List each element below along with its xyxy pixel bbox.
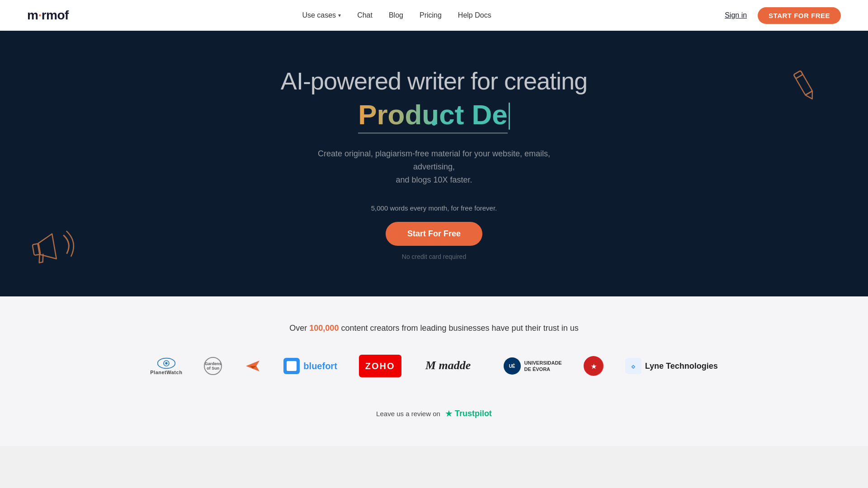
- logo[interactable]: m·rmof: [27, 8, 69, 23]
- svg-point-7: [165, 362, 167, 365]
- universidade-emblem-icon: UÉ: [504, 357, 521, 375]
- trusted-suffix: content creators from leading businesses…: [339, 324, 578, 333]
- no-credit-text: No credit card required: [402, 253, 466, 260]
- madde-label: M madde: [423, 357, 482, 375]
- nav-pricing-label[interactable]: Pricing: [420, 11, 442, 19]
- trusted-text: Over 100,000 content creators from leadi…: [18, 324, 850, 333]
- logo-zoho: ZOHO: [359, 355, 401, 377]
- hero-words-note: 5,000 words every month, for free foreve…: [371, 204, 497, 212]
- logo-universidade: UÉ UNIVERSIDADEDE ÉVORA: [504, 355, 562, 377]
- hero-animated-text: Product De: [358, 99, 508, 134]
- cursor-blink: [509, 103, 510, 130]
- lyne-symbol: ⬦: [631, 361, 636, 371]
- nav-blog-label[interactable]: Blog: [389, 11, 403, 19]
- svg-rect-3: [793, 70, 803, 79]
- nav-use-cases[interactable]: Use cases ▾: [302, 11, 341, 19]
- planetwatch-eye-icon: [157, 357, 175, 370]
- svg-rect-0: [793, 70, 812, 95]
- lyne-label: Lyne Technologies: [645, 361, 718, 371]
- pencil-icon: [787, 67, 823, 103]
- start-for-free-hero-button[interactable]: Start For Free: [386, 222, 482, 246]
- trustpilot-brand-name: Trustpilot: [455, 409, 492, 418]
- nav-help-docs[interactable]: Help Docs: [458, 11, 491, 19]
- trusted-section: Over 100,000 content creators from leadi…: [0, 296, 868, 446]
- navbar: m·rmof Use cases ▾ Chat Blog Pricing Hel…: [0, 0, 868, 31]
- logo-circle: ★: [584, 356, 604, 376]
- nav-use-cases-label[interactable]: Use cases: [302, 11, 336, 19]
- nav-blog[interactable]: Blog: [389, 11, 403, 19]
- hero-subtitle: Create original, plagiarism-free materia…: [303, 147, 565, 186]
- chevron-down-icon: ▾: [338, 12, 341, 19]
- logo-arrow: [244, 355, 262, 377]
- logo-gardens: Gardensof Sun: [204, 355, 222, 377]
- nav-pricing[interactable]: Pricing: [420, 11, 442, 19]
- logo-planetwatch: PlanetWatch: [150, 355, 182, 377]
- nav-chat[interactable]: Chat: [357, 11, 373, 19]
- svg-marker-1: [805, 91, 816, 101]
- lyne-box-icon: ⬦: [625, 358, 642, 374]
- bluefort-box-icon: [283, 358, 300, 374]
- bluefort-inner-icon: [287, 361, 297, 371]
- logos-row: PlanetWatch Gardensof Sun bluefort ZOHO: [18, 355, 850, 377]
- bluefort-label: bluefort: [303, 361, 337, 371]
- gardens-emblem: Gardensof Sun: [204, 357, 222, 375]
- hero-subtitle-line2: and blogs 10X faster.: [396, 175, 472, 184]
- svg-text:M madde: M madde: [425, 359, 471, 372]
- plane-icon: [244, 357, 262, 375]
- trustpilot-row: Leave us a review on ★ Trustpilot: [18, 399, 850, 428]
- logo-bluefort: bluefort: [283, 355, 337, 377]
- navbar-actions: Sign in START FOR FREE: [725, 7, 841, 24]
- trusted-prefix: Over: [289, 324, 309, 333]
- start-for-free-nav-button[interactable]: START FOR FREE: [758, 7, 841, 24]
- hero-title-line1: AI-powered writer for creating: [281, 67, 587, 95]
- trustpilot-prefix: Leave us a review on: [376, 410, 440, 418]
- sign-in-link[interactable]: Sign in: [725, 11, 747, 19]
- nav-help-docs-label[interactable]: Help Docs: [458, 11, 491, 19]
- logo-madde: M madde: [423, 355, 482, 377]
- trustpilot-brand[interactable]: ★ Trustpilot: [445, 408, 492, 419]
- megaphone-icon: [27, 220, 77, 269]
- circle-brand-icon: ★: [584, 356, 604, 376]
- trusted-highlight: 100,000: [309, 324, 339, 333]
- dot-decoration: [432, 121, 436, 126]
- zoho-label: ZOHO: [365, 361, 395, 371]
- nav-chat-label[interactable]: Chat: [357, 11, 373, 19]
- hero-section: AI-powered writer for creating Product D…: [0, 31, 868, 296]
- madde-icon: M madde: [423, 357, 482, 373]
- universidade-label: UNIVERSIDADEDE ÉVORA: [524, 360, 562, 373]
- trustpilot-star-icon: ★: [445, 408, 453, 419]
- hero-subtitle-line1: Create original, plagiarism-free materia…: [318, 149, 550, 171]
- planetwatch-label: PlanetWatch: [150, 370, 182, 375]
- hero-title-line2: Product De: [358, 99, 510, 134]
- logo-lyne: ⬦ Lyne Technologies: [625, 355, 718, 377]
- nav-links: Use cases ▾ Chat Blog Pricing Help Docs: [302, 11, 491, 19]
- svg-text:★: ★: [590, 363, 596, 370]
